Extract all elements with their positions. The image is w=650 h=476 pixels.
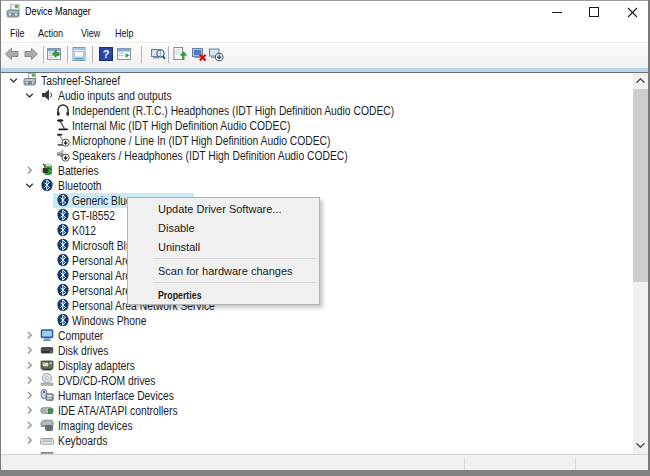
svg-text:?: ?	[103, 48, 110, 60]
